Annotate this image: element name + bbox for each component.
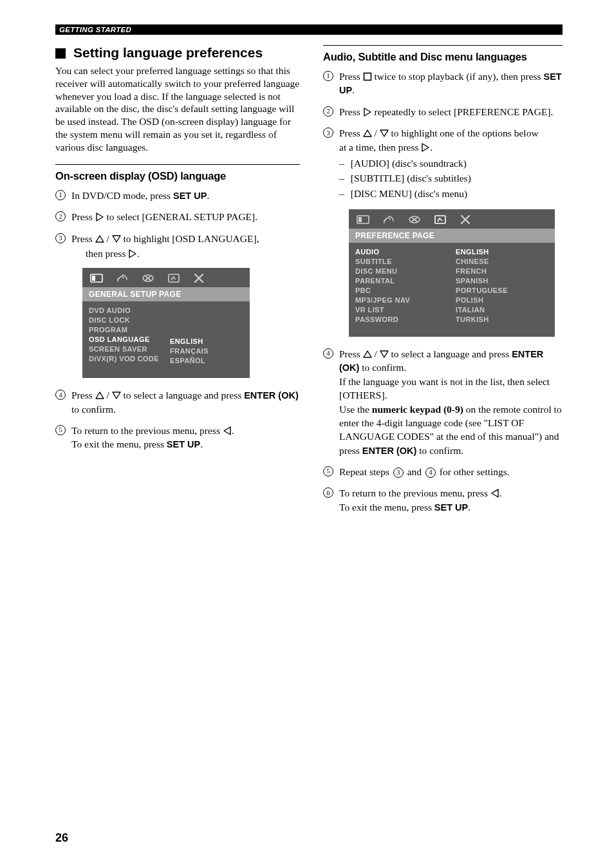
osd-menu-item: VR LIST <box>355 306 448 314</box>
step-text: to confirm. <box>359 362 406 373</box>
step-text: . <box>200 439 203 449</box>
step-number-icon: 4 <box>323 348 333 359</box>
step-text: to highlight [OSD LANGUAGE], <box>121 233 259 244</box>
right-step-6: 6 To return to the previous menu, press … <box>323 486 563 514</box>
step-text: at a time, then press <box>339 142 421 153</box>
step-text: to highlight one of the options below <box>389 127 539 138</box>
osd-menu-item: POLISH <box>456 296 548 304</box>
right-step-2: 2 Press repeatedly to select [PREFERENCE… <box>323 105 563 118</box>
step-text: to select a language and press <box>389 348 512 359</box>
osd-menu-item: PORTUGUESE <box>456 287 548 294</box>
osd-right-column: ENGLISHCHINESEFRENCHSPANISHPORTUGUESEPOL… <box>456 248 548 325</box>
step-text: Use the <box>339 404 372 415</box>
step-text: Repeat steps <box>339 466 392 477</box>
step-text: repeatedly to select [PREFERENCE PAGE]. <box>372 106 554 117</box>
step-text: twice to stop playback (if any), then pr… <box>372 71 544 82</box>
osd-menu-item: SUBTITLE <box>355 258 448 265</box>
up-arrow-icon <box>95 234 104 243</box>
right-arrow-icon <box>95 212 104 222</box>
up-arrow-icon <box>363 129 372 138</box>
left-heading: On-screen display (OSD) language <box>55 170 300 182</box>
step-number-icon: 5 <box>55 425 66 435</box>
intro-paragraph: You can select your preferred language s… <box>55 64 300 154</box>
step-text: Press <box>71 211 95 222</box>
osd-left-column: AUDIOSUBTITLEDISC MENUPARENTALPBCMP3/JPE… <box>355 248 448 325</box>
osd-menu-item: TURKISH <box>456 316 548 323</box>
step-text: To return to the previous menu, press <box>339 487 490 498</box>
osd-menu-item: ITALIAN <box>456 306 548 314</box>
osd-right-column: ENGLISHFRANÇAISESPAÑOL <box>170 307 243 366</box>
step-text: If the language you want is not in the l… <box>339 376 550 401</box>
setup-key-label: SET UP <box>173 191 207 201</box>
step-text: Press <box>339 127 363 138</box>
step-number-icon: 2 <box>323 106 333 117</box>
step-text: then press <box>86 248 128 259</box>
video-tab-icon <box>408 214 421 225</box>
step-text: . <box>468 502 470 513</box>
left-arrow-icon <box>490 489 499 498</box>
left-step-5: 5 To return to the previous menu, press … <box>55 424 300 451</box>
right-arrow-icon <box>128 249 137 258</box>
up-arrow-icon <box>95 391 104 400</box>
osd-menu-item: DiVX(R) VOD CODE <box>89 355 162 363</box>
section-bullet-icon <box>55 48 66 59</box>
osd-menu-item: PROGRAM <box>89 326 162 334</box>
right-heading: Audio, Subtitle and Disc menu languages <box>323 51 563 63</box>
down-arrow-icon <box>112 391 121 400</box>
down-arrow-icon <box>380 129 389 138</box>
right-step-4: 4 Press / to select a language and press… <box>323 347 563 457</box>
step-text: to confirm. <box>416 445 463 456</box>
osd-menu-item: FRENCH <box>456 267 548 275</box>
close-tab-icon <box>193 272 205 284</box>
setup-key-label: SET UP <box>434 502 468 513</box>
left-step-4: 4 Press / to select a language and press… <box>55 388 300 416</box>
right-step-3-options: [AUDIO] (disc's soundtrack)[SUBTITLE] (d… <box>339 156 563 200</box>
osd-menu-item: ENGLISH <box>456 248 548 256</box>
section-header-bar: GETTING STARTED <box>55 24 563 35</box>
osd-tabs <box>82 268 250 287</box>
step-text: Press <box>339 71 363 82</box>
osd-menu-item: DISC LOCK <box>89 316 162 324</box>
osd-left-column: DVD AUDIODISC LOCKPROGRAMOSD LANGUAGESCR… <box>89 307 162 366</box>
audio-tab-icon <box>116 272 129 284</box>
step-text: Press <box>71 390 95 401</box>
step-text: In DVD/CD mode, press <box>71 190 173 201</box>
circled-ref-icon: 3 <box>393 467 404 478</box>
osd-menu-item: CHINESE <box>456 258 548 265</box>
osd-menu-item: SCREEN SAVER <box>89 345 162 353</box>
left-step-1: 1 In DVD/CD mode, press SET UP. <box>55 189 300 202</box>
page-number: 26 <box>55 831 68 845</box>
step-number-icon: 6 <box>323 487 333 498</box>
general-tab-icon <box>357 214 369 225</box>
right-step-1: 1 Press twice to stop playback (if any),… <box>323 70 563 97</box>
osd-menu-title: GENERAL SETUP PAGE <box>82 287 250 301</box>
step-number-icon: 5 <box>323 466 333 476</box>
osd-menu-item: DVD AUDIO <box>89 307 162 314</box>
step-number-icon: 3 <box>323 127 333 138</box>
step-text: and <box>405 466 424 477</box>
left-arrow-icon <box>223 426 232 435</box>
left-step-3: 3 Press / to highlight [OSD LANGUAGE], t… <box>55 232 300 261</box>
step-text: Press <box>71 233 95 244</box>
osd-menu-item: DISC MENU <box>355 267 448 275</box>
general-tab-icon <box>90 272 103 284</box>
divider <box>55 164 300 165</box>
video-tab-icon <box>142 272 154 284</box>
right-arrow-icon <box>421 143 430 152</box>
setup-key-label: SET UP <box>167 439 200 449</box>
osd-general-setup-menu: GENERAL SETUP PAGE DVD AUDIODISC LOCKPRO… <box>82 268 250 378</box>
up-arrow-icon <box>363 350 372 359</box>
step-number-icon: 4 <box>55 390 66 400</box>
step-number-icon: 3 <box>55 233 66 243</box>
step-number-icon: 1 <box>55 190 66 200</box>
step-text: to select a language and press <box>121 390 245 401</box>
option-item: [SUBTITLE] (disc's subtitles) <box>339 171 563 185</box>
step-text: Press <box>339 106 363 117</box>
step-number-icon: 1 <box>323 71 333 81</box>
osd-tabs <box>349 209 555 229</box>
left-step-2: 2 Press to select [GENERAL SETUP PAGE]. <box>55 210 300 223</box>
numeric-keypad-label: numeric keypad (0-9) <box>372 404 463 415</box>
osd-menu-title: PREFERENCE PAGE <box>349 229 555 243</box>
option-item: [AUDIO] (disc's soundtrack) <box>339 156 563 170</box>
osd-menu-item: PARENTAL <box>355 277 448 285</box>
